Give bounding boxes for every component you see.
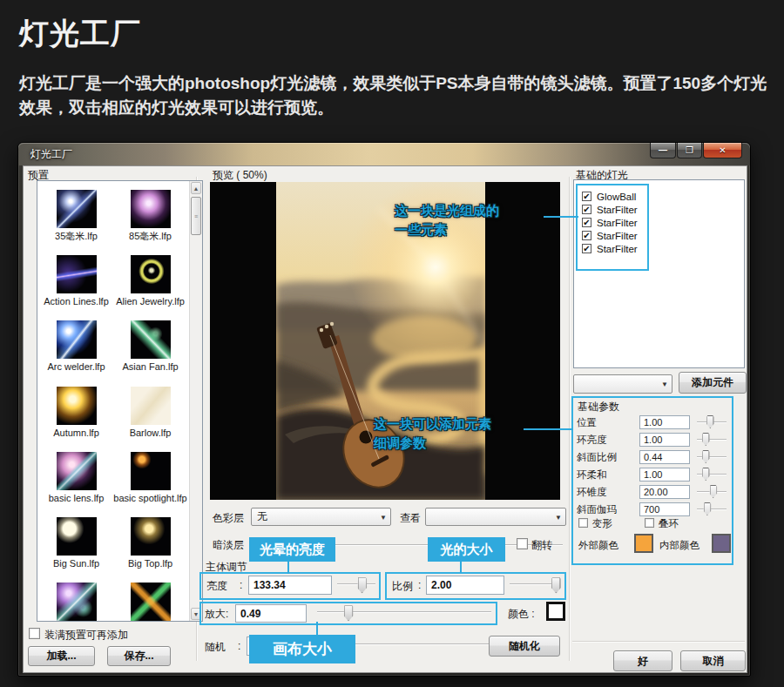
param-slider[interactable] — [697, 484, 727, 500]
preset-item[interactable]: 35毫米.lfp — [39, 190, 113, 242]
flip-checkbox[interactable] — [517, 538, 528, 549]
light-enabled-checkbox[interactable]: ✔ — [582, 205, 591, 214]
preset-item[interactable]: Asian Fan.lfp — [113, 320, 187, 373]
base-lights-list[interactable]: ✔GlowBall✔StarFilter✔StarFilter✔StarFilt… — [573, 179, 745, 368]
preset-thumbnail[interactable] — [131, 190, 171, 228]
slider-thumb[interactable] — [702, 468, 710, 481]
base-light-item[interactable]: ✔StarFilter — [582, 229, 638, 242]
maximize-button[interactable]: ❐ — [677, 143, 702, 158]
preset-thumbnail[interactable] — [57, 387, 97, 425]
base-light-item[interactable]: ✔StarFilter — [582, 242, 638, 255]
preset-item[interactable]: 85毫米.lfp — [113, 190, 187, 242]
slider-thumb[interactable] — [706, 415, 714, 428]
preset-thumbnail[interactable] — [57, 517, 97, 556]
preset-thumbnail[interactable] — [131, 387, 171, 425]
brightness-slider[interactable] — [337, 576, 375, 595]
view-dropdown[interactable]: ▼ — [425, 508, 566, 526]
param-slider[interactable] — [697, 467, 727, 482]
minimize-button[interactable]: — — [650, 143, 676, 158]
preset-grid: 35毫米.lfp85毫米.lfpAction Lines.lfpAlien Je… — [37, 181, 189, 621]
color-picker-swatch[interactable] — [546, 602, 565, 621]
outer-color-swatch[interactable] — [634, 534, 653, 553]
slider-thumb[interactable] — [344, 605, 354, 622]
maximize-icon: ❐ — [686, 145, 693, 155]
preset-item[interactable]: Barlow.lfp — [113, 387, 187, 439]
preset-scrollbar[interactable]: ▲ ≡ ▼ — [189, 181, 202, 621]
stackring-checkbox[interactable] — [645, 518, 654, 528]
slider-thumb[interactable] — [709, 485, 717, 498]
preset-thumbnail[interactable] — [57, 255, 97, 293]
light-enabled-checkbox[interactable]: ✔ — [582, 244, 591, 253]
preset-thumbnail[interactable] — [131, 452, 171, 490]
param-slider[interactable] — [697, 414, 727, 430]
preset-item[interactable]: basic spotlight.lfp — [113, 452, 187, 504]
preset-thumbnail[interactable] — [57, 320, 97, 359]
ok-button[interactable]: 好 — [613, 650, 672, 671]
save-button[interactable]: 保存... — [107, 646, 171, 666]
load-button[interactable]: 加载... — [28, 646, 95, 666]
preset-item[interactable]: binary system.lfp — [39, 583, 113, 621]
slider-thumb[interactable] — [703, 502, 711, 515]
scale-input[interactable]: 2.00 — [426, 576, 504, 595]
preset-list[interactable]: 35毫米.lfp85毫米.lfpAction Lines.lfpAlien Je… — [37, 180, 203, 622]
slider-thumb[interactable] — [357, 577, 367, 594]
preset-thumbnail[interactable] — [131, 320, 171, 359]
zoom-label: 放大: — [205, 607, 228, 622]
zoom-slider[interactable] — [317, 603, 491, 623]
base-light-item[interactable]: ✔StarFilter — [582, 216, 638, 229]
slider-thumb[interactable] — [702, 450, 710, 463]
preset-item[interactable]: Alien Jewelry.lfp — [113, 255, 187, 307]
randomize-button[interactable]: 随机化 — [489, 636, 560, 657]
slider-thumb[interactable] — [551, 577, 561, 594]
preset-thumbnail[interactable] — [57, 583, 97, 621]
scroll-up-icon[interactable]: ▲ — [191, 182, 201, 194]
base-light-item[interactable]: ✔StarFilter — [582, 203, 638, 216]
window-titlebar[interactable]: 灯光工厂 — ❐ ✕ — [18, 143, 750, 165]
param-input[interactable]: 1.00 — [639, 433, 690, 447]
deform-checkbox[interactable] — [578, 518, 588, 528]
param-slider[interactable] — [697, 502, 727, 517]
cancel-button[interactable]: 取消 — [680, 650, 746, 671]
light-enabled-checkbox[interactable]: ✔ — [582, 218, 591, 227]
element-dropdown[interactable]: ▼ — [573, 374, 672, 394]
color-layer-dropdown[interactable]: 无 ▼ — [251, 508, 391, 526]
preset-item[interactable]: Big Sun.lfp — [39, 517, 113, 569]
preset-thumbnail[interactable] — [131, 255, 171, 293]
preset-item[interactable]: Arc welder.lfp — [39, 320, 113, 373]
preset-thumbnail[interactable] — [57, 190, 97, 228]
light-enabled-checkbox[interactable]: ✔ — [582, 231, 591, 240]
param-input[interactable]: 1.00 — [639, 415, 690, 429]
preset-thumbnail[interactable] — [131, 517, 171, 556]
param-input[interactable]: 1.00 — [639, 468, 690, 482]
preset-thumbnail[interactable] — [131, 583, 171, 621]
slider-thumb[interactable] — [702, 433, 710, 446]
color-picker-label: 颜色 : — [508, 607, 535, 622]
preset-item[interactable]: Action Lines.lfp — [39, 255, 113, 307]
scale-slider[interactable] — [510, 576, 560, 595]
scrollbar-thumb[interactable]: ≡ — [191, 197, 201, 235]
preset-item[interactable]: basic lens.lfp — [39, 452, 113, 504]
light-enabled-checkbox[interactable]: ✔ — [582, 192, 591, 201]
inner-color-swatch[interactable] — [712, 534, 731, 553]
param-slider[interactable] — [697, 449, 727, 465]
zoom-input[interactable]: 0.49 — [235, 604, 307, 623]
brightness-input[interactable]: 133.34 — [248, 576, 332, 595]
fill-presets-label: 装满预置可再添加 — [44, 628, 128, 643]
param-input[interactable]: 0.44 — [639, 450, 690, 464]
add-element-button[interactable]: 添加元件 — [679, 372, 747, 394]
param-input[interactable]: 20.00 — [639, 485, 690, 499]
preset-item[interactable]: Big Top.lfp — [113, 517, 187, 569]
base-light-item[interactable]: ✔GlowBall — [582, 190, 636, 203]
close-button[interactable]: ✕ — [703, 143, 742, 158]
preset-item[interactable]: Autumn.lfp — [39, 387, 113, 439]
fill-presets-checkbox[interactable] — [29, 628, 40, 639]
view-label: 查看 — [400, 511, 421, 526]
scroll-down-icon[interactable]: ▼ — [191, 608, 201, 620]
base-params-header: 基础参数 — [578, 400, 619, 414]
chevron-down-icon: ▼ — [555, 513, 562, 521]
light-name: GlowBall — [597, 192, 636, 202]
param-input[interactable]: 700 — [639, 502, 690, 516]
param-slider[interactable] — [697, 432, 727, 448]
preset-item[interactable]: Bleary Traffic.lfp — [113, 583, 187, 621]
preset-thumbnail[interactable] — [57, 452, 97, 490]
